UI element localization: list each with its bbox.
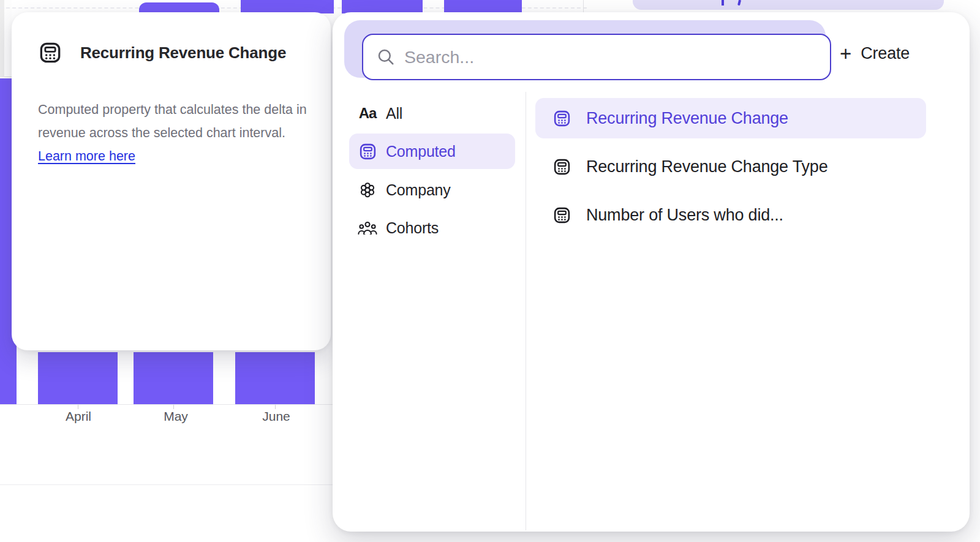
- calculator-icon: [552, 206, 571, 225]
- create-button[interactable]: + Create: [840, 37, 910, 70]
- result-label: Recurring Revenue Change: [586, 109, 788, 128]
- x-axis-label-june: June: [262, 409, 290, 424]
- plus-icon: +: [840, 43, 851, 64]
- chart-bar: [342, 0, 423, 13]
- chart-bar: [241, 0, 334, 13]
- x-axis-label-may: May: [164, 409, 188, 424]
- tooltip-description: Computed property that calculates the de…: [38, 98, 315, 168]
- learn-more-link[interactable]: Learn more here: [38, 149, 135, 164]
- chart-bar: [444, 0, 522, 13]
- highlighted-chip-partial: [633, 0, 944, 10]
- search-focus-ring: [344, 20, 826, 78]
- axis-tick: [78, 405, 78, 409]
- filter-label: Computed: [386, 143, 456, 160]
- property-tooltip-card: Recurring Revenue Change Computed proper…: [12, 12, 331, 350]
- background-section-divider: [0, 484, 334, 485]
- tooltip-description-text: Computed property that calculates the de…: [38, 102, 307, 140]
- calculator-icon: [357, 142, 378, 161]
- chart-bar-june: [235, 352, 315, 404]
- x-axis-label-april: April: [66, 409, 91, 424]
- property-search-modal: + Create Aa All Computed Company: [333, 12, 970, 532]
- chart-bar-may: [134, 352, 213, 404]
- cutoff-text-fragment: [737, 0, 741, 6]
- people-icon: [357, 220, 378, 236]
- text-aa-icon: Aa: [357, 105, 378, 122]
- tooltip-title: Recurring Revenue Change: [80, 43, 286, 62]
- cutoff-text-fragment: [722, 0, 724, 6]
- filter-item-cohorts[interactable]: Cohorts: [349, 210, 515, 246]
- screen: April May June Recurring Revenue Change …: [0, 0, 980, 542]
- modal-divider: [526, 92, 526, 530]
- result-item-number-of-users-who-did[interactable]: Number of Users who did...: [535, 195, 926, 235]
- axis-tick: [275, 405, 276, 409]
- chart-bar-april: [38, 352, 118, 404]
- tooltip-header: Recurring Revenue Change: [38, 40, 286, 65]
- filter-item-all[interactable]: Aa All: [349, 96, 515, 131]
- create-button-label: Create: [861, 44, 910, 63]
- search-input[interactable]: [404, 47, 818, 67]
- chart-x-axis: [0, 404, 334, 405]
- background-panel-edge: [0, 0, 4, 77]
- result-item-recurring-revenue-change-type[interactable]: Recurring Revenue Change Type: [535, 146, 926, 187]
- filter-item-company[interactable]: Company: [349, 172, 515, 208]
- axis-tick: [173, 405, 174, 409]
- filter-label: Company: [386, 181, 451, 199]
- calculator-icon: [38, 40, 62, 65]
- cluster-icon: [357, 180, 378, 200]
- filter-label: Cohorts: [386, 219, 439, 237]
- background-divider: [583, 0, 584, 13]
- filter-item-computed[interactable]: Computed: [349, 134, 515, 169]
- result-item-recurring-revenue-change[interactable]: Recurring Revenue Change: [535, 98, 926, 138]
- search-field[interactable]: [362, 34, 831, 80]
- search-icon: [377, 48, 395, 66]
- calculator-icon: [552, 157, 571, 176]
- calculator-icon: [552, 109, 571, 128]
- filter-label: All: [386, 105, 402, 122]
- result-label: Recurring Revenue Change Type: [586, 157, 827, 176]
- result-label: Number of Users who did...: [586, 206, 783, 225]
